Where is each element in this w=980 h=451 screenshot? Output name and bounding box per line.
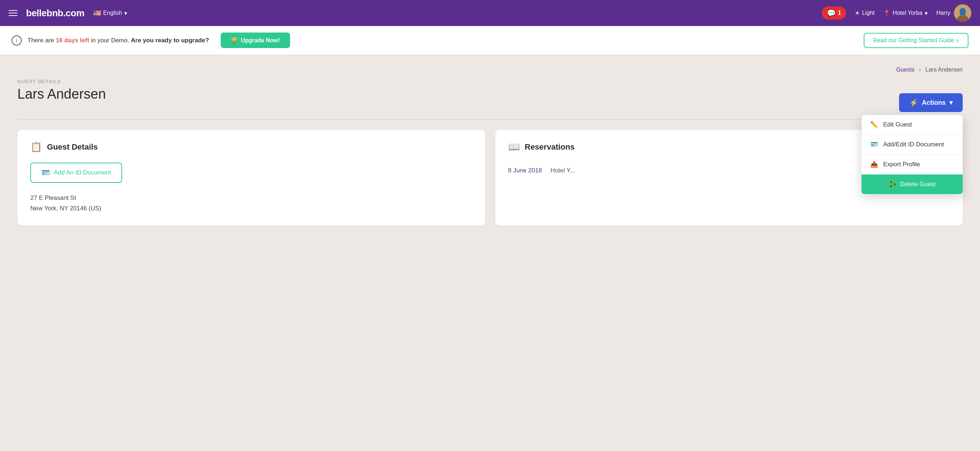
export-profile-item[interactable]: 📤 Export Profile bbox=[862, 155, 963, 175]
hamburger-menu[interactable] bbox=[9, 10, 18, 16]
address-line2: New York, NY 20146 (US) bbox=[30, 204, 472, 214]
chat-count: 1 bbox=[838, 10, 841, 16]
upgrade-label: Upgrade Now! bbox=[241, 37, 280, 44]
actions-label: Actions bbox=[922, 99, 946, 107]
bolt-icon: ⚡ bbox=[909, 98, 918, 107]
language-selector[interactable]: 🇺🇸 English ▾ bbox=[93, 9, 127, 17]
reservations-card-icon: 📖 bbox=[508, 141, 520, 153]
breadcrumb-separator: › bbox=[919, 67, 921, 73]
actions-chevron-icon: ▾ bbox=[949, 99, 953, 107]
chat-button[interactable]: 💬 1 bbox=[822, 6, 846, 19]
export-icon: 📤 bbox=[870, 161, 878, 168]
cards-row: 📋 Guest Details 🪪 Add An ID Document 27 … bbox=[18, 130, 963, 225]
id-document-icon: 🪪 bbox=[870, 140, 878, 148]
hotel-name: Hotel Yorba bbox=[892, 10, 923, 16]
guest-address: 27 E Pleasant St New York, NY 20146 (US) bbox=[30, 193, 472, 214]
page-header: GUEST DETAILS Lars Andersen bbox=[18, 79, 106, 102]
info-icon: i bbox=[11, 35, 22, 46]
hotel-selector[interactable]: 📍 Hotel Yorba ▾ bbox=[883, 10, 928, 17]
flag-icon: 🇺🇸 bbox=[93, 9, 101, 17]
delete-guest-label: Delete Guest bbox=[900, 181, 935, 188]
section-label: GUEST DETAILS bbox=[18, 79, 106, 84]
user-name: Harry bbox=[936, 10, 950, 16]
upgrade-banner: i There are 16 days left in your Demo. A… bbox=[0, 26, 980, 55]
getting-started-label: Read our Getting Started Guide » bbox=[873, 37, 959, 43]
add-id-label: Add An ID Document bbox=[54, 169, 111, 176]
getting-started-button[interactable]: Read our Getting Started Guide » bbox=[864, 33, 969, 48]
page-header-row: GUEST DETAILS Lars Andersen ⚡ Actions ▾ … bbox=[18, 79, 963, 120]
edit-guest-label: Edit Guest bbox=[883, 121, 912, 128]
reservation-date[interactable]: 8 June 2018 bbox=[508, 167, 542, 174]
user-menu[interactable]: Harry 👤 bbox=[936, 4, 971, 22]
add-id-document-button[interactable]: 🪪 Add An ID Document bbox=[30, 163, 122, 183]
breadcrumb: Guests › Lars Andersen bbox=[18, 67, 963, 73]
location-icon: 📍 bbox=[883, 10, 891, 17]
actions-wrapper: ⚡ Actions ▾ ✏️ Edit Guest 🪪 Add/Edit ID … bbox=[899, 93, 963, 112]
actions-dropdown: ✏️ Edit Guest 🪪 Add/Edit ID Document 📤 E… bbox=[862, 115, 963, 194]
address-line1: 27 E Pleasant St bbox=[30, 193, 472, 204]
add-edit-id-item[interactable]: 🪪 Add/Edit ID Document bbox=[862, 135, 963, 155]
guest-details-card-header: 📋 Guest Details bbox=[30, 141, 472, 153]
days-left: 16 days left bbox=[56, 37, 89, 44]
guest-details-card-icon: 📋 bbox=[30, 141, 42, 153]
add-edit-id-label: Add/Edit ID Document bbox=[883, 141, 944, 148]
upgrade-question: Are you ready to upgrade? bbox=[131, 37, 209, 44]
edit-guest-item[interactable]: ✏️ Edit Guest bbox=[862, 115, 963, 135]
delete-icon: ♻️ bbox=[888, 180, 896, 188]
theme-toggle[interactable]: ☀ Light bbox=[855, 10, 875, 17]
svg-text:👤: 👤 bbox=[959, 8, 967, 16]
delete-guest-item[interactable]: ♻️ Delete Guest bbox=[862, 175, 963, 194]
edit-icon: ✏️ bbox=[870, 121, 878, 129]
actions-button[interactable]: ⚡ Actions ▾ bbox=[899, 93, 963, 112]
theme-label: Light bbox=[862, 10, 875, 16]
breadcrumb-current: Lars Andersen bbox=[926, 67, 963, 73]
navbar: bellebnb.com 🇺🇸 English ▾ 💬 1 ☀ Light 📍 … bbox=[0, 0, 980, 26]
sun-icon: ☀ bbox=[855, 10, 860, 17]
banner-text: There are 16 days left in your Demo. Are… bbox=[27, 37, 209, 44]
breadcrumb-parent[interactable]: Guests bbox=[896, 67, 915, 73]
lang-chevron-icon: ▾ bbox=[124, 10, 127, 17]
main-content: Guests › Lars Andersen GUEST DETAILS Lar… bbox=[0, 55, 980, 451]
trophy-icon: 🏆 bbox=[231, 37, 238, 44]
language-label: English bbox=[103, 10, 122, 16]
site-logo: bellebnb.com bbox=[26, 8, 84, 19]
avatar: 👤 bbox=[954, 4, 971, 22]
guest-details-card-title: Guest Details bbox=[47, 142, 98, 152]
page-title: Lars Andersen bbox=[18, 86, 106, 102]
chat-icon: 💬 bbox=[827, 9, 836, 18]
guest-details-card: 📋 Guest Details 🪪 Add An ID Document 27 … bbox=[18, 130, 485, 225]
export-profile-label: Export Profile bbox=[883, 161, 920, 168]
pre-text: There are bbox=[27, 37, 54, 44]
reservation-hotel: Hotel Y... bbox=[550, 167, 575, 174]
hotel-chevron-icon: ▾ bbox=[925, 10, 928, 17]
add-id-icon: 🪪 bbox=[41, 168, 50, 177]
post-text: in your Demo. bbox=[91, 37, 131, 44]
reservations-card-title: Reservations bbox=[525, 142, 575, 152]
upgrade-button[interactable]: 🏆 Upgrade Now! bbox=[221, 32, 290, 48]
